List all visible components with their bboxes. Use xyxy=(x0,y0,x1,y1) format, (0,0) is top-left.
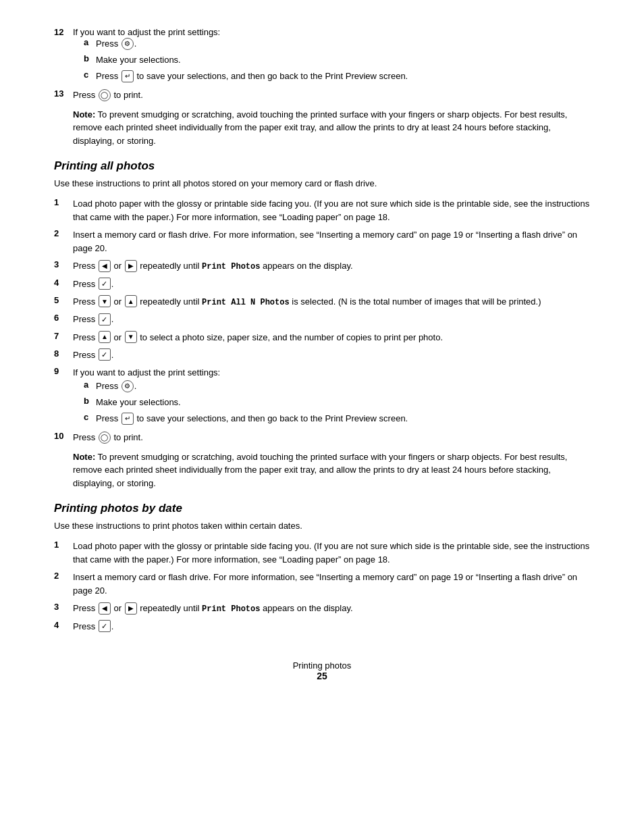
step-number: 13 xyxy=(54,88,73,102)
step-number: 1 xyxy=(54,197,73,224)
sub-step-b: b Make your selections. xyxy=(73,53,590,67)
footer-label: Printing photos xyxy=(54,660,590,671)
arrow-left2-icon: ◀ xyxy=(99,602,111,615)
step-2: 2 Insert a memory card or flash drive. F… xyxy=(54,228,590,255)
step-number: 7 xyxy=(54,331,73,344)
settings-icon: ⚙ xyxy=(122,38,134,50)
check-icon-3: ✓ xyxy=(99,348,111,361)
sub-step-9a: a Press ⚙. xyxy=(73,380,590,393)
step-number: 4 xyxy=(54,278,73,291)
step-number: 5 xyxy=(54,295,73,309)
section-heading-1: Printing all photos xyxy=(54,159,590,173)
print-icon: ◯ xyxy=(99,89,111,101)
step-number: 8 xyxy=(54,348,73,362)
step-number: 3 xyxy=(54,602,73,616)
step-number: 6 xyxy=(54,313,73,326)
page-footer: Printing photos 25 xyxy=(54,660,590,681)
arrow-right2-icon: ▶ xyxy=(125,602,137,615)
step-number: 10 xyxy=(54,431,73,444)
step-6: 6 Press ✓. xyxy=(54,313,590,326)
step-3: 3 Press ◀ or ▶ repeatedly until Print Ph… xyxy=(54,259,590,273)
step-4: 4 Press ✓. xyxy=(54,278,590,291)
sub-step-c: c Press ↵ to save your selections, and t… xyxy=(73,70,590,83)
date-step-2: 2 Insert a memory card or flash drive. F… xyxy=(54,571,590,598)
step-number: 4 xyxy=(54,620,73,633)
date-step-3: 3 Press ◀ or ▶ repeatedly until Print Ph… xyxy=(54,602,590,616)
top-step-12: 12 If you want to adjust the print setti… xyxy=(54,27,590,86)
step-number: 3 xyxy=(54,259,73,273)
step-number: 1 xyxy=(54,540,73,567)
page-number: 25 xyxy=(54,671,590,681)
sub-step-9c: c Press ↵ to save your selections, and t… xyxy=(73,412,590,425)
arrow-down-icon: ▼ xyxy=(99,295,111,307)
settings-icon-2: ⚙ xyxy=(122,380,134,392)
sub-step-a: a Press ⚙. xyxy=(73,37,590,51)
step-7: 7 Press ▲ or ▼ to select a photo size, p… xyxy=(54,331,590,344)
check-icon: ✓ xyxy=(99,278,111,290)
top-step-13: 13 Press ◯ to print. xyxy=(54,88,590,102)
arrow-up-icon: ▲ xyxy=(125,295,137,307)
arrow-up2-icon: ▲ xyxy=(99,331,111,343)
step-number: 2 xyxy=(54,228,73,255)
section-intro-1: Use these instructions to print all phot… xyxy=(54,177,590,190)
step-text: If you want to adjust the print settings… xyxy=(73,27,220,37)
step-number: 9 xyxy=(54,366,73,429)
step-number: 12 xyxy=(54,27,73,86)
check-icon-2: ✓ xyxy=(99,313,111,325)
arrow-left-icon: ◀ xyxy=(99,260,111,272)
step-10: 10 Press ◯ to print. xyxy=(54,431,590,444)
check-icon-4: ✓ xyxy=(99,620,111,632)
note-1: Note: To prevent smudging or scratching,… xyxy=(73,108,590,148)
arrow-down2-icon: ▼ xyxy=(125,331,137,343)
step-8: 8 Press ✓. xyxy=(54,348,590,362)
step-5: 5 Press ▼ or ▲ repeatedly until Print Al… xyxy=(54,295,590,309)
back-icon-2: ↵ xyxy=(122,413,134,425)
back-icon: ↵ xyxy=(122,70,134,82)
arrow-right-icon: ▶ xyxy=(125,260,137,272)
date-step-1: 1 Load photo paper with the glossy or pr… xyxy=(54,540,590,567)
date-step-4: 4 Press ✓. xyxy=(54,620,590,633)
step-1: 1 Load photo paper with the glossy or pr… xyxy=(54,197,590,224)
step-9: 9 If you want to adjust the print settin… xyxy=(54,366,590,429)
section-heading-2: Printing photos by date xyxy=(54,502,590,515)
print-icon-2: ◯ xyxy=(99,432,111,444)
section-intro-2: Use these instructions to print photos t… xyxy=(54,519,590,533)
page-body: 12 If you want to adjust the print setti… xyxy=(54,27,590,681)
step-number: 2 xyxy=(54,571,73,598)
note-2: Note: To prevent smudging or scratching,… xyxy=(73,450,590,490)
section-printing-by-date: Printing photos by date Use these instru… xyxy=(54,502,590,633)
section-printing-all-photos: Printing all photos Use these instructio… xyxy=(54,159,590,490)
sub-step-9b: b Make your selections. xyxy=(73,396,590,409)
